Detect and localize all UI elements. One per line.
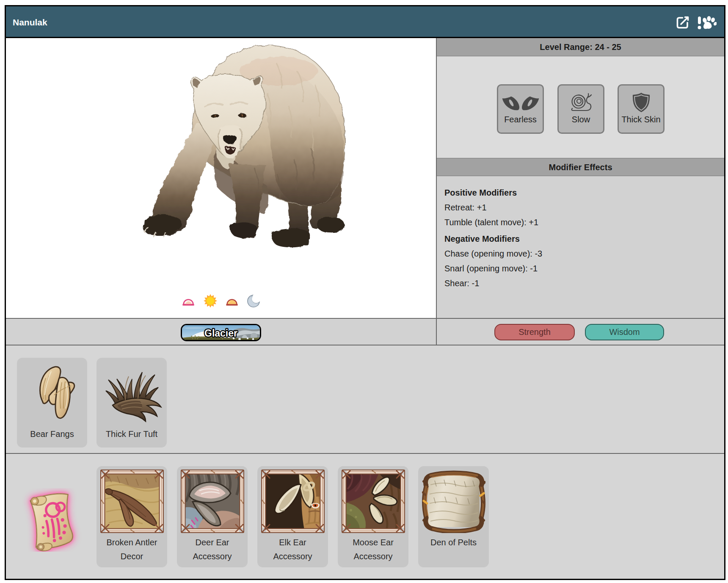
svg-text:Glacier: Glacier	[204, 328, 237, 339]
